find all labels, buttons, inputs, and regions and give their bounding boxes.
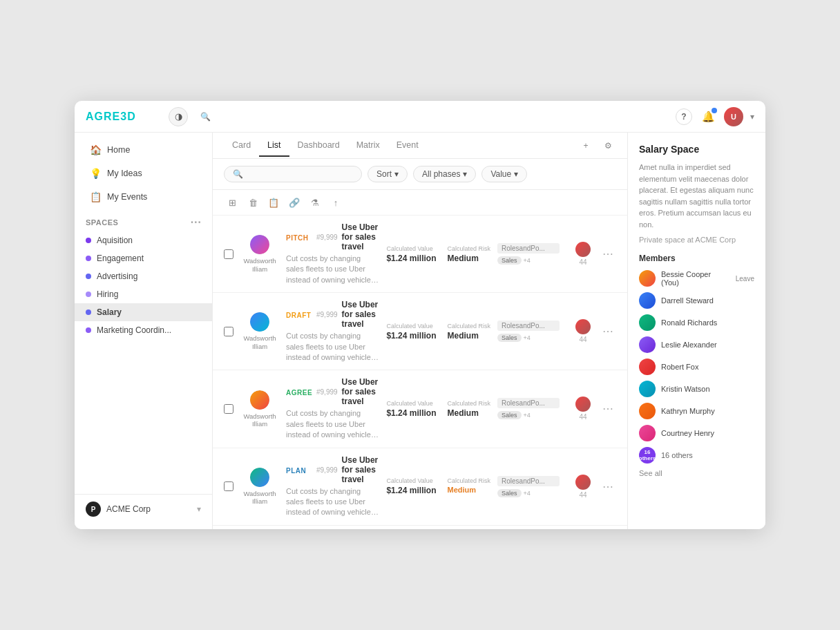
row-checkbox[interactable] — [224, 249, 233, 259]
idea-menu-button[interactable]: ⋯ — [600, 325, 616, 338]
calc-risk-metric: Calculated Risk Medium — [447, 323, 490, 341]
tab-list[interactable]: List — [259, 135, 289, 157]
idea-metrics: Calculated Value $1.24 million Calculate… — [386, 477, 490, 495]
sidebar-item-home[interactable]: 🏠 Home — [79, 139, 208, 161]
link-icon[interactable]: 🔗 — [286, 194, 303, 211]
calc-risk-metric: Calculated Risk Medium — [447, 245, 490, 263]
help-icon-button[interactable]: ? — [676, 108, 692, 125]
space-label: Hiring — [97, 289, 118, 299]
theme-toggle-button[interactable]: ◑ — [169, 107, 188, 126]
tag-more: +4 — [524, 257, 531, 264]
app-logo: AGRE3D — [86, 111, 169, 123]
tag-group: RolesandPo... — [497, 476, 560, 486]
calc-value: $1.24 million — [386, 408, 436, 418]
sidebar-item-my-events[interactable]: 📋 My Events — [79, 186, 208, 208]
row-checkbox[interactable] — [224, 404, 233, 414]
sidebar-item-my-ideas[interactable]: 💡 My Ideas — [79, 162, 208, 184]
vote-count: 44 — [579, 413, 586, 421]
share-icon[interactable]: ↑ — [327, 194, 344, 211]
tab-dashboard[interactable]: Dashboard — [289, 135, 348, 157]
idea-author: Wadsworth Illiam — [240, 312, 279, 350]
sidebar: 🏠 Home 💡 My Ideas 📋 My Events Spaces ⋯ A… — [75, 133, 213, 529]
top-bar: AGRE3D ◑ 🔍 ? 🔔 U ▾ — [75, 101, 765, 133]
space-label: Aquisition — [97, 236, 133, 245]
copy-icon[interactable]: 📋 — [265, 194, 282, 211]
phases-chevron-icon: ▾ — [463, 169, 467, 179]
member-avatar — [639, 314, 656, 331]
org-chevron-icon: ▾ — [197, 504, 201, 514]
user-menu-chevron[interactable]: ▾ — [750, 112, 754, 122]
calc-risk-metric: Calculated Risk Medium — [447, 400, 490, 418]
row-checkbox[interactable] — [224, 481, 233, 491]
idea-menu-button[interactable]: ⋯ — [600, 402, 616, 415]
user-avatar-button[interactable]: U — [724, 107, 743, 126]
calc-value: $1.24 million — [386, 254, 436, 263]
sidebar-item-engagement[interactable]: Engagement — [75, 249, 212, 267]
calc-risk: Medium — [447, 408, 490, 418]
tag-pill[interactable]: Sales — [497, 489, 522, 497]
see-all-button[interactable]: See all — [639, 469, 754, 477]
tag-pill[interactable]: Sales — [497, 334, 522, 342]
phases-filter-button[interactable]: All phases ▾ — [413, 166, 476, 182]
salary-dot — [86, 309, 91, 315]
card-view-icon[interactable]: ⊞ — [224, 194, 240, 211]
spaces-label: Spaces — [86, 218, 190, 227]
settings-icon-button[interactable]: ⚙ — [600, 137, 616, 154]
idea-menu-button[interactable]: ⋯ — [600, 247, 616, 260]
sidebar-item-label: My Events — [107, 192, 147, 202]
sidebar-item-aquisition[interactable]: Aquisition — [75, 231, 212, 249]
idea-description: Cut costs by changing sales fleets to us… — [286, 486, 379, 518]
table-row: Wadsworth Illiam RESULT #9,999 Use Uber … — [213, 526, 627, 529]
sidebar-item-salary[interactable]: Salary — [75, 303, 212, 321]
sidebar-item-marketing[interactable]: Marketing Coordin... — [75, 321, 212, 339]
tag-pill[interactable]: Sales — [497, 411, 522, 419]
spaces-section-header: Spaces ⋯ — [75, 209, 212, 231]
calc-risk: Medium — [447, 254, 490, 263]
list-search-input[interactable]: 🔍 — [224, 166, 362, 182]
filter-icon[interactable]: ⚗ — [307, 194, 323, 211]
leave-button[interactable]: Leave — [736, 275, 754, 283]
add-view-button[interactable]: + — [578, 137, 594, 154]
idea-tags: RolesandPo... Sales +4 — [497, 321, 566, 342]
member-row: Leslie Alexander — [639, 336, 754, 353]
spaces-menu-button[interactable]: ⋯ — [190, 216, 202, 229]
idea-menu-button[interactable]: ⋯ — [600, 480, 616, 493]
tab-matrix[interactable]: Matrix — [348, 135, 388, 157]
idea-title[interactable]: Use Uber for sales travel — [342, 377, 380, 406]
sort-filter-button[interactable]: Sort ▾ — [368, 166, 408, 182]
idea-author: Wadsworth Illiam — [240, 468, 279, 506]
org-switcher[interactable]: P ACME Corp ▾ — [75, 494, 212, 524]
idea-voting: 44 — [573, 397, 593, 421]
tab-event[interactable]: Event — [388, 135, 427, 157]
sidebar-item-advertising[interactable]: Advertising — [75, 267, 212, 285]
calc-value: $1.24 million — [386, 331, 436, 341]
member-avatar — [639, 270, 656, 287]
app-window: AGRE3D ◑ 🔍 ? 🔔 U ▾ 🏠 Home 💡 My Ideas — [75, 101, 765, 529]
idea-title[interactable]: Use Uber for sales travel — [342, 222, 380, 251]
row-checkbox[interactable] — [224, 327, 233, 336]
value-filter-button[interactable]: Value ▾ — [481, 166, 527, 182]
notifications-button[interactable]: 🔔 — [699, 108, 717, 126]
space-label: Advertising — [97, 271, 137, 281]
member-name: Kristin Watson — [661, 385, 754, 393]
idea-voting: 44 — [573, 242, 593, 266]
delete-icon[interactable]: 🗑 — [245, 194, 261, 211]
others-avatar: 16 others — [639, 447, 656, 464]
author-name: Wadsworth Illiam — [240, 257, 279, 273]
tag-pill[interactable]: Sales — [497, 256, 522, 265]
idea-metrics: Calculated Value $1.24 million Calculate… — [386, 400, 490, 418]
tag-more: +4 — [524, 334, 531, 341]
avatar — [250, 468, 269, 487]
ideas-list: Wadsworth Illiam PITCH #9,999 Use Uber f… — [213, 216, 627, 529]
member-name: Robert Fox — [661, 363, 754, 371]
idea-title[interactable]: Use Uber for sales travel — [342, 455, 380, 484]
vote-count: 44 — [579, 491, 586, 499]
sidebar-item-hiring[interactable]: Hiring — [75, 285, 212, 303]
idea-title[interactable]: Use Uber for sales travel — [342, 300, 380, 329]
table-row: Wadsworth Illiam PITCH #9,999 Use Uber f… — [213, 216, 627, 293]
space-label: Salary — [97, 307, 122, 317]
tab-card[interactable]: Card — [224, 135, 259, 157]
member-avatar — [639, 359, 656, 375]
table-row: Wadsworth Illiam AGREE #9,999 Use Uber f… — [213, 370, 627, 448]
sidebar-item-label: Home — [107, 145, 130, 155]
